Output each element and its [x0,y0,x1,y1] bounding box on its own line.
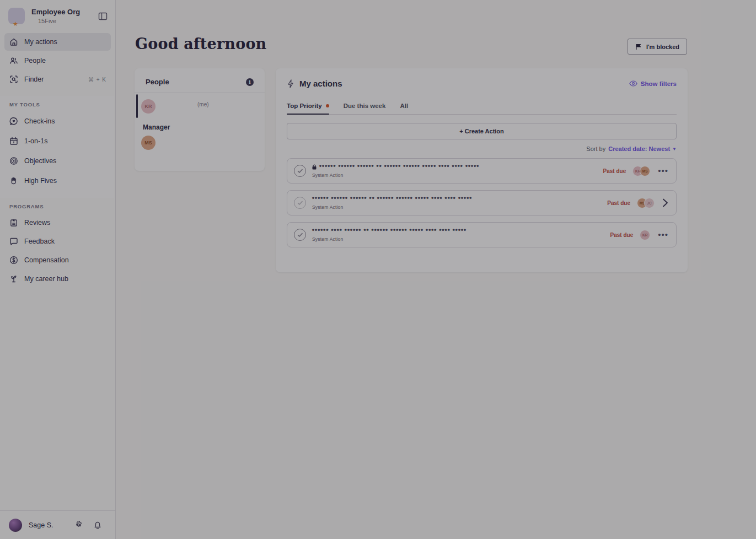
programs-group: PROGRAMS Reviews Feedback Compensation M… [0,203,115,288]
selected-indicator [136,94,138,118]
high-five-icon [9,176,18,186]
priority-dot [326,104,329,107]
eye-icon [629,80,637,87]
sidebar-item-high-fives[interactable]: High Fives [4,171,110,190]
my-actions-panel: My actions Show filters Top Priority Due… [276,68,688,272]
target-icon [9,157,18,166]
action-title-redacted: ****** ****** ****** ** ****** ****** **… [312,196,472,202]
sidebar-item-label: Objectives [24,157,105,165]
sidebar-item-label: Compensation [24,256,106,264]
org-avatar: ★ [8,8,25,24]
info-icon[interactable]: i [246,78,254,86]
action-row[interactable]: ****** **** ****** ** ****** ****** ****… [287,222,677,247]
lightning-bolt-icon [287,79,294,88]
checkins-icon [9,117,18,126]
show-filters-label: Show filters [641,80,677,87]
past-due-badge: Past due [603,168,626,174]
people-me-row[interactable]: KR (me) [135,93,265,119]
feedback-icon [9,237,18,246]
settings-gear-icon[interactable] [74,520,83,530]
im-blocked-button[interactable]: I'm blocked [628,39,687,55]
people-card-title: People [146,78,169,86]
complete-checkbox[interactable] [294,165,306,177]
finder-shortcut: ⌘ + K [88,77,106,83]
action-rows: ****** ****** ****** ** ****** ****** **… [287,158,677,247]
collapse-sidebar-icon[interactable] [98,12,108,21]
action-row[interactable]: ****** ****** ****** ** ****** ****** **… [287,158,677,184]
lock-icon [312,164,317,170]
sidebar-item-label: Feedback [24,238,106,245]
sidebar-item-label: 1-on-1s [24,137,105,145]
action-subtitle: System Action [312,173,603,178]
greeting-heading: Good afternoon [135,35,266,52]
org-name: Employee Org [31,8,98,16]
row-menu-icon[interactable]: ••• [658,169,668,173]
career-hub-icon [9,274,18,284]
section-label-my-tools: MY TOOLS [4,101,110,110]
sidebar-nav: My actions People Finder ⌘ + K [0,30,115,88]
complete-checkbox[interactable] [294,229,306,241]
people-icon [9,56,18,66]
sidebar-item-label: My career hub [24,275,106,283]
sidebar-item-my-career-hub[interactable]: My career hub [4,270,111,288]
main-content: Good afternoon I'm blocked People i KR (… [116,0,756,539]
tab-due-this-week[interactable]: Due this week [344,99,386,114]
star-icon: ★ [13,21,18,27]
im-blocked-label: I'm blocked [646,44,679,50]
sidebar-item-compensation[interactable]: Compensation [4,251,111,269]
notifications-bell-icon[interactable] [93,520,102,530]
people-manager-row[interactable]: MS [135,136,265,150]
action-title-redacted: ****** **** ****** ** ****** ****** ****… [312,228,467,234]
sort-value[interactable]: Created date: Newest [608,145,670,152]
flag-icon [635,44,642,50]
avatar[interactable]: JC [644,198,655,208]
sidebar-footer: Sage S. [0,510,115,539]
user-name: Sage S. [29,521,64,529]
sidebar-item-objectives[interactable]: Objectives [4,152,110,170]
create-action-button[interactable]: + Create Action [287,123,677,139]
action-subtitle: System Action [312,236,610,242]
sort-row: Sort by Created date: Newest ▼ [287,145,677,152]
sidebar-item-people[interactable]: People [4,52,111,69]
section-label-programs: PROGRAMS [4,203,111,212]
actions-tabs: Top Priority Due this week All [287,99,677,115]
sidebar-item-reviews[interactable]: Reviews [4,214,111,231]
tab-top-priority[interactable]: Top Priority [287,99,329,114]
sort-by-label: Sort by [586,145,605,152]
finder-icon [9,75,18,84]
action-row[interactable]: ****** ****** ****** ** ****** ****** **… [287,190,677,215]
action-subtitle: System Action [312,204,607,210]
sidebar-item-label: High Fives [24,177,105,185]
sidebar-item-label: My actions [24,38,106,46]
compensation-icon [9,256,18,265]
show-filters-button[interactable]: Show filters [629,80,677,87]
past-due-badge: Past due [610,232,634,238]
avatar[interactable]: MS [141,136,156,150]
sidebar-item-label: People [24,57,106,64]
sidebar-item-check-ins[interactable]: Check-ins [4,112,110,131]
sidebar-item-finder[interactable]: Finder ⌘ + K [4,71,111,88]
manager-label: Manager [135,119,265,136]
past-due-badge: Past due [607,200,630,206]
complete-checkbox[interactable] [294,197,306,209]
people-card: People i KR (me) Manager MS [135,68,265,171]
sidebar-item-1-on-1s[interactable]: 1-on-1s [4,132,110,150]
avatar[interactable]: KR [640,230,650,240]
user-avatar[interactable] [9,519,22,532]
sidebar-item-feedback[interactable]: Feedback [4,233,111,250]
caret-down-icon: ▼ [672,147,677,152]
row-menu-icon[interactable]: ••• [658,233,668,237]
action-title-redacted: ****** ****** ****** ** ****** ****** **… [319,164,479,170]
avatar[interactable]: MS [640,166,650,176]
home-icon [9,37,18,47]
me-label: (me) [197,101,209,107]
tab-all[interactable]: All [400,99,408,114]
org-header: ★ Employee Org 15Five [0,0,115,30]
avatar[interactable]: KR [141,99,156,114]
chevron-right-icon[interactable] [662,198,668,208]
calendar-icon [9,137,18,146]
sidebar-item-my-actions[interactable]: My actions [4,33,111,51]
sidebar-item-label: Finder [24,76,88,83]
sidebar-item-label: Reviews [24,219,106,227]
panel-title: My actions [299,79,342,88]
